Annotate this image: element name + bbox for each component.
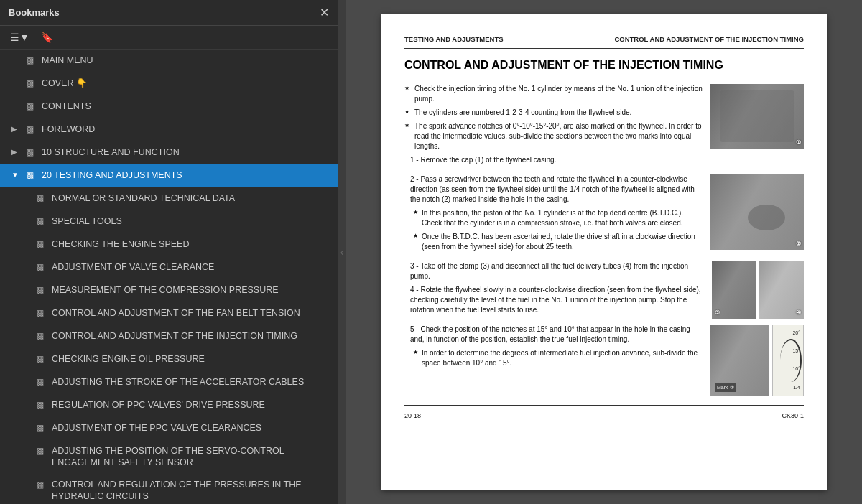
bookmark-icon: ▩ (36, 308, 46, 318)
chevron-icon (22, 424, 30, 431)
sidebar-item-label: NORMAL OR STANDARD TECHNICAL DATA (52, 192, 235, 204)
sidebar-item-label: ADJUSTING THE POSITION OF THE SERVO-CONT… (52, 445, 330, 469)
engine-image-1: ① (710, 84, 804, 149)
sidebar-item-label: CONTENTS (42, 101, 91, 112)
sidebar-item-accelerator[interactable]: ▩ ADJUSTING THE STROKE OF THE ACCELERATO… (0, 371, 338, 394)
bookmark-icon: ▩ (26, 55, 36, 65)
sidebar-item-label: MAIN MENU (42, 55, 93, 66)
numbered-item: 4 - Rotate the flywheel slowly in a coun… (404, 285, 705, 315)
sidebar-item-injection-timing[interactable]: ▩ CONTROL AND ADJUSTMENT OF THE INJECTIO… (0, 325, 338, 348)
bookmark-icon: ▩ (36, 446, 46, 456)
bullet-item: The cylinders are numbered 1-2-3-4 count… (404, 108, 703, 118)
sidebar-item-label: REGULATION OF PPC VALVES' DRIVE PRESSURE (52, 399, 265, 411)
sidebar-item-fan-belt[interactable]: ▩ CONTROL AND ADJUSTMENT OF THE FAN BELT… (0, 302, 338, 325)
sidebar-item-label: FOREWORD (42, 123, 95, 135)
sidebar-item-pressures[interactable]: ▩ CONTROL AND REGULATION OF THE PRESSURE… (0, 474, 338, 505)
sidebar-item-testing[interactable]: ▼ ▩ 20 TESTING AND ADJUSTMENTS (0, 164, 338, 187)
document-page: TESTING AND ADJUSTMENTS CONTROL AND ADJU… (381, 14, 827, 490)
chevron-icon (22, 332, 30, 340)
sidebar-item-valve-clearance[interactable]: ▩ ADJUSTMENT OF VALVE CLEARANCE (0, 256, 338, 279)
list-icon: ☰▼ (10, 32, 29, 43)
section-images: ③ ④ (712, 261, 804, 319)
chevron-icon (22, 240, 30, 248)
sidebar-item-engine-speed[interactable]: ▩ CHECKING THE ENGINE SPEED (0, 233, 338, 256)
sidebar-item-cover[interactable]: ▩ COVER 👇 (0, 73, 338, 95)
sidebar-item-label: ADJUSTMENT OF THE PPC VALVE CLEARANCES (52, 422, 261, 434)
gauge-image-group: Mark ② 20° 15° 10° 1/4 (710, 325, 804, 396)
document-header: TESTING AND ADJUSTMENTS CONTROL AND ADJU… (404, 34, 804, 49)
bookmark-icon: ▩ (36, 480, 46, 490)
sidebar-item-main-menu[interactable]: ▩ MAIN MENU (0, 50, 338, 73)
bookmark-icon: ▩ (26, 170, 36, 180)
bookmark-icon: ▩ (26, 101, 36, 111)
sidebar-item-special-tools[interactable]: ▩ SPECIAL TOOLS (0, 210, 338, 233)
engine-image-5: Mark ② (710, 325, 769, 396)
doc-footer-right: CK30-1 (782, 411, 804, 421)
chevron-icon (11, 102, 20, 110)
sidebar-item-foreword[interactable]: ▶ ▩ FOREWORD (0, 118, 338, 141)
bullet-item: The spark advance notches of 0°-10°-15°-… (404, 121, 703, 151)
bookmark-icon: ▩ (36, 400, 46, 410)
sidebar-item-label: CHECKING ENGINE OIL PRESSURE (52, 353, 205, 365)
bookmark-icon: ▩ (36, 216, 46, 226)
chevron-icon (22, 447, 30, 454)
sub-bullet-item: In this position, the piston of the No. … (404, 208, 703, 228)
sidebar-item-label: 20 TESTING AND ADJUSTMENTS (42, 169, 182, 181)
sub-bullet-item: Once the B.T.D.C. has been ascertained, … (404, 232, 703, 252)
bookmarks-panel: Bookmarks ✕ ☰▼ 🔖 ▩ MAIN MENU ▩ COVER 👇 ▩… (0, 0, 338, 504)
numbered-item: 1 - Remove the cap (1) of the flywheel c… (404, 155, 703, 165)
chevron-icon (22, 286, 30, 294)
chevron-right-icon: ▶ (11, 125, 20, 133)
panel-divider[interactable]: ‹ (338, 0, 346, 504)
chevron-icon (22, 378, 30, 386)
chevron-icon (22, 309, 30, 317)
section-images: Mark ② 20° 15° 10° 1/4 (710, 325, 804, 396)
bookmarks-title: Bookmarks (9, 7, 60, 18)
sub-bullet-item: In order to determine the degrees of int… (404, 348, 703, 368)
numbered-item: 2 - Pass a screwdriver between the teeth… (404, 174, 703, 205)
document-section-1: Check the injection timing of the No. 1 … (404, 84, 804, 169)
sidebar-item-label: ADJUSTMENT OF VALVE CLEARANCE (52, 261, 214, 273)
bookmark-icon: ▩ (26, 78, 36, 88)
document-main-title: CONTROL AND ADJUSTMENT OF THE INJECTION … (404, 57, 804, 73)
doc-header-left: TESTING AND ADJUSTMENTS (404, 34, 504, 44)
chevron-icon (22, 194, 30, 202)
sidebar-item-compression[interactable]: ▩ MEASUREMENT OF THE COMPRESSION PRESSUR… (0, 279, 338, 302)
bookmark-add-button[interactable]: 🔖 (38, 30, 56, 45)
sidebar-item-label: SPECIAL TOOLS (52, 215, 122, 227)
document-section-2: 2 - Pass a screwdriver between the teeth… (404, 174, 804, 256)
bookmark-icon: ▩ (36, 423, 46, 433)
sidebar-item-label: COVER 👇 (42, 78, 88, 89)
chevron-icon (22, 480, 30, 488)
chevron-icon (11, 56, 20, 64)
sidebar-item-ppc-clearances[interactable]: ▩ ADJUSTMENT OF THE PPC VALVE CLEARANCES (0, 417, 338, 440)
sidebar-item-structure[interactable]: ▶ ▩ 10 STRUCTURE AND FUNCTION (0, 141, 338, 164)
chevron-icon (22, 355, 30, 363)
bookmark-icon: ▩ (36, 262, 46, 272)
sidebar-item-normal-data[interactable]: ▩ NORMAL OR STANDARD TECHNICAL DATA (0, 187, 338, 210)
chevron-icon (22, 263, 30, 271)
bookmark-icon: ▩ (36, 239, 46, 249)
close-button[interactable]: ✕ (320, 6, 329, 19)
sidebar-item-label: CONTROL AND ADJUSTMENT OF THE INJECTION … (52, 330, 297, 342)
bookmark-icon: ▩ (36, 354, 46, 364)
list-view-button[interactable]: ☰▼ (7, 30, 32, 45)
section-text: 2 - Pass a screwdriver between the teeth… (404, 174, 703, 256)
sidebar-item-oil-pressure[interactable]: ▩ CHECKING ENGINE OIL PRESSURE (0, 348, 338, 371)
chevron-icon (22, 401, 30, 409)
bookmarks-header: Bookmarks ✕ (0, 0, 338, 26)
sidebar-item-ppc-valves[interactable]: ▩ REGULATION OF PPC VALVES' DRIVE PRESSU… (0, 394, 338, 417)
bullet-item: Check the injection timing of the No. 1 … (404, 84, 703, 104)
sidebar-item-contents[interactable]: ▩ CONTENTS (0, 95, 338, 118)
section-text: 5 - Check the position of the notches at… (404, 325, 703, 396)
section-text: Check the injection timing of the No. 1 … (404, 84, 703, 169)
sidebar-item-servo-control[interactable]: ▩ ADJUSTING THE POSITION OF THE SERVO-CO… (0, 440, 338, 474)
doc-header-right: CONTROL AND ADJUSTMENT OF THE INJECTION … (614, 34, 804, 44)
bookmark-icon: ▩ (26, 147, 36, 157)
bookmark-icon: ▩ (26, 124, 36, 134)
bookmark-icon: ▩ (36, 331, 46, 341)
sidebar-item-label: ADJUSTING THE STROKE OF THE ACCELERATOR … (52, 376, 304, 388)
numbered-item: 3 - Take off the clamp (3) and disconnec… (404, 261, 705, 281)
chevron-icon (22, 217, 30, 225)
engine-image-3: ③ (712, 261, 756, 319)
